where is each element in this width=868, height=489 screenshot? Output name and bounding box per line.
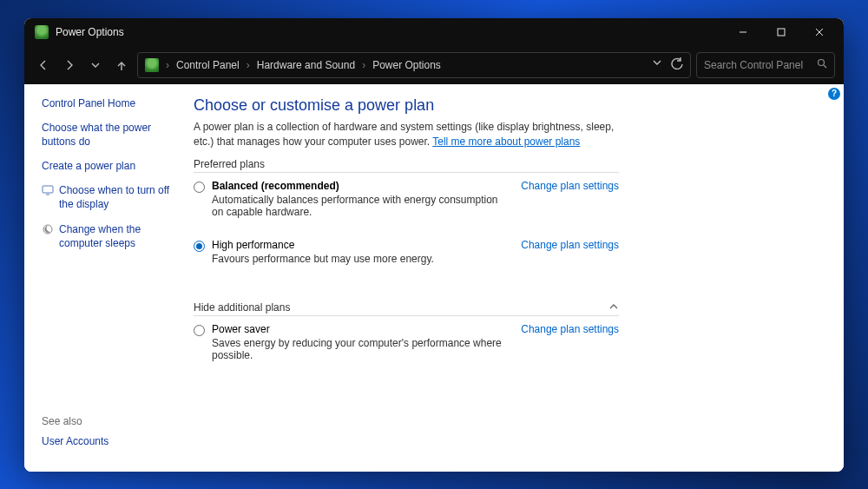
plan-balanced-settings-link[interactable]: Change plan settings — [521, 180, 619, 192]
minimize-button[interactable] — [724, 18, 762, 46]
svg-point-5 — [819, 60, 825, 66]
window: Power Options › Control Panel › Hardware… — [24, 18, 844, 472]
recent-dropdown[interactable] — [85, 55, 106, 76]
monitor-icon — [42, 184, 54, 196]
see-also-heading: See also — [42, 415, 108, 427]
svg-rect-7 — [43, 186, 53, 193]
preferred-plans-heading: Preferred plans — [194, 158, 619, 173]
refresh-button[interactable] — [671, 57, 683, 72]
plan-high-radio[interactable] — [194, 241, 205, 252]
plan-saver-title: Power saver — [212, 323, 503, 335]
svg-line-6 — [824, 65, 826, 68]
hide-plans-heading[interactable]: Hide additional plans — [194, 301, 619, 316]
page-description: A power plan is a collection of hardware… — [194, 120, 628, 150]
chevron-right-icon: › — [362, 59, 365, 71]
plan-saver-desc: Saves energy by reducing your computer's… — [212, 337, 503, 361]
plan-saver-radio[interactable] — [194, 325, 205, 336]
address-bar[interactable]: › Control Panel › Hardware and Sound › P… — [137, 52, 691, 78]
breadcrumb-mid[interactable]: Hardware and Sound — [257, 59, 355, 71]
sidebar: Control Panel Home Choose what the power… — [24, 84, 185, 472]
titlebar: Power Options — [24, 18, 844, 46]
svg-rect-1 — [778, 29, 785, 36]
page-title: Choose or customise a power plan — [194, 96, 825, 115]
window-buttons — [724, 18, 838, 46]
plan-high: High performance Favours performance but… — [194, 239, 619, 265]
search-icon — [817, 58, 827, 71]
plan-balanced-title: Balanced (recommended) — [212, 180, 503, 192]
plan-high-title: High performance — [212, 239, 503, 251]
forward-button[interactable] — [59, 55, 80, 76]
see-also: See also User Accounts — [42, 415, 108, 459]
maximize-button[interactable] — [762, 18, 800, 46]
breadcrumb-root[interactable]: Control Panel — [176, 59, 240, 71]
plan-balanced-desc: Automatically balances performance with … — [212, 194, 503, 218]
sidebar-power-buttons[interactable]: Choose what the power buttons do — [42, 121, 178, 149]
content: ? Control Panel Home Choose what the pow… — [24, 84, 844, 472]
window-title: Power Options — [56, 26, 124, 38]
breadcrumb-leaf[interactable]: Power Options — [372, 59, 441, 71]
learn-more-link[interactable]: Tell me more about power plans — [432, 135, 580, 148]
sidebar-sleep[interactable]: Change when the computer sleeps — [42, 222, 178, 250]
plan-high-settings-link[interactable]: Change plan settings — [521, 239, 619, 251]
address-icon — [145, 58, 159, 72]
back-button[interactable] — [33, 55, 54, 76]
plan-saver: Power saver Saves energy by reducing you… — [194, 323, 619, 361]
plan-high-desc: Favours performance but may use more ene… — [212, 253, 503, 265]
close-button[interactable] — [800, 18, 838, 46]
up-button[interactable] — [111, 55, 132, 76]
moon-icon — [42, 223, 54, 235]
power-options-icon — [35, 25, 49, 39]
main: Choose or customise a power plan A power… — [185, 84, 844, 472]
sidebar-display-off[interactable]: Choose when to turn off the display — [42, 183, 178, 211]
plan-saver-settings-link[interactable]: Change plan settings — [521, 323, 619, 335]
chevron-down-icon[interactable] — [652, 57, 662, 72]
sidebar-home[interactable]: Control Panel Home — [42, 96, 178, 110]
search-placeholder: Search Control Panel — [704, 59, 803, 71]
see-also-user-accounts[interactable]: User Accounts — [42, 434, 108, 448]
chevron-right-icon: › — [166, 59, 169, 71]
chevron-right-icon: › — [247, 59, 250, 71]
sidebar-create-plan[interactable]: Create a power plan — [42, 159, 178, 173]
plan-balanced: Balanced (recommended) Automatically bal… — [194, 180, 619, 218]
chevron-up-icon — [608, 301, 619, 314]
plan-balanced-radio[interactable] — [194, 182, 205, 193]
navbar: › Control Panel › Hardware and Sound › P… — [24, 46, 844, 84]
search-input[interactable]: Search Control Panel — [696, 52, 835, 78]
